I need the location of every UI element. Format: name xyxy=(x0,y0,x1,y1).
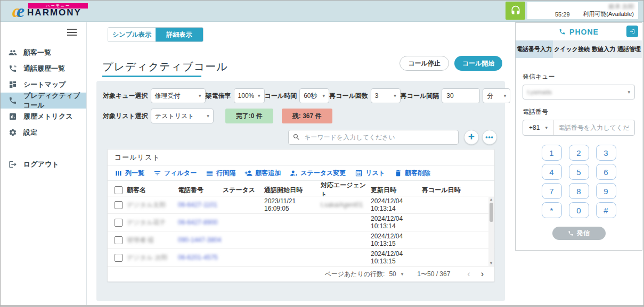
updated-cell: 2024/12/04 10:13:14 xyxy=(371,215,422,230)
logo-banner: ハーモニー xyxy=(28,3,88,9)
toolbar-delete-customer-button[interactable]: 顧客削除 xyxy=(394,169,430,178)
sidebar-item-logout[interactable]: ログアウト xyxy=(1,156,86,172)
call-start-cell: 2023/11/21 16:09:05 xyxy=(264,197,321,212)
filter-icon xyxy=(153,169,161,177)
dial-call-button[interactable]: 発信 xyxy=(552,227,606,240)
toolbar-columns-button[interactable]: 列一覧 xyxy=(115,169,144,178)
sidebar-item-seat-map[interactable]: シートマップ xyxy=(1,77,86,93)
sidebar-item-call-history[interactable]: 通話履歴一覧 xyxy=(1,61,86,77)
outbound-queue-select[interactable]: t.yamada ▾ xyxy=(523,85,635,99)
toolbar-filter-button[interactable]: フィルター xyxy=(153,169,197,178)
chevron-down-icon: ▾ xyxy=(258,93,260,98)
row-checkbox[interactable] xyxy=(115,201,123,209)
dialpad-key-7[interactable]: 7 xyxy=(542,183,562,199)
dialpad-key-8[interactable]: 8 xyxy=(569,183,589,199)
row-checkbox[interactable] xyxy=(115,219,123,227)
tab-numeric-entry[interactable]: 数値入力 xyxy=(591,40,616,58)
target-list-select[interactable]: テストリスト▾ xyxy=(151,109,214,123)
column-header: 更新日時 xyxy=(371,186,422,195)
customer-name: 管理者 様 xyxy=(127,236,178,245)
table-body: デジタル太郎 06-6427-1101 2023/11/21 16:09:05 … xyxy=(108,196,494,267)
toolbar-add-customer-button[interactable]: 顧客追加 xyxy=(244,169,281,178)
scroll-up-icon[interactable]: ▲ xyxy=(488,197,494,202)
tab-quick-connect[interactable]: クイック接続 xyxy=(553,40,591,58)
plus-icon: + xyxy=(468,130,475,143)
column-header: 再コール日時 xyxy=(422,186,494,195)
dialpad-key-5[interactable]: 5 xyxy=(569,164,589,180)
dialpad-key-6[interactable]: 6 xyxy=(596,164,616,180)
agent-status-chip[interactable]: 鈴木 次郎 55:29 利用可能(Available) xyxy=(527,2,638,19)
chevron-down-icon: ▾ xyxy=(199,93,201,98)
retry-interval-input[interactable]: 30 xyxy=(442,88,480,103)
dialpad-key-4[interactable]: 4 xyxy=(542,164,562,180)
toolbar-row-height-button[interactable]: 行間隔 xyxy=(206,169,235,178)
next-page-button[interactable]: › xyxy=(478,270,487,278)
target-list-label: 対象リスト選択 xyxy=(103,112,148,121)
phone-number-link[interactable]: 06-6427-8900 xyxy=(178,219,223,226)
row-checkbox[interactable] xyxy=(115,254,123,262)
phone-panel-body: 発信キュー t.yamada ▾ 電話番号 +81 ▾ 1 2 3 4 5 6 xyxy=(516,72,642,240)
scrollbar-thumb[interactable] xyxy=(490,203,493,222)
retry-count-select[interactable]: 3▾ xyxy=(371,88,401,103)
more-options-circle-button[interactable]: ••• xyxy=(482,130,497,145)
table-row[interactable]: デジタル 次郎 06-6201-4575 2024/12/04 10:13:15 xyxy=(108,249,494,267)
dialpad-key-star[interactable]: * xyxy=(542,202,562,218)
phone-number-link[interactable]: 06-6201-4575 xyxy=(178,254,223,261)
phone-icon xyxy=(568,230,574,236)
dialpad-key-1[interactable]: 1 xyxy=(542,145,562,161)
rows-per-page-select[interactable]: 50 ▾ xyxy=(389,270,403,278)
toolbar-list-button[interactable]: リスト xyxy=(355,169,385,178)
column-header: 電話番号 xyxy=(178,186,223,195)
dialpad-key-9[interactable]: 9 xyxy=(596,183,616,199)
dialpad-key-3[interactable]: 3 xyxy=(596,145,616,161)
column-header: 通話開始日時 xyxy=(264,186,321,195)
keyword-search-input[interactable] xyxy=(288,130,459,145)
tab-detail-view[interactable]: 詳細表示 xyxy=(156,28,203,42)
scroll-down-icon[interactable]: ▼ xyxy=(488,261,494,266)
row-checkbox[interactable] xyxy=(115,236,123,244)
previous-page-button[interactable]: ‹ xyxy=(464,270,473,278)
call-list-toolbar: 列一覧 フィルター 行間隔 顧客追加 xyxy=(108,165,494,181)
sidebar-item-settings[interactable]: 設定 xyxy=(1,125,86,140)
sidebar-item-history-metrics[interactable]: 履歴メトリクス xyxy=(1,109,86,125)
seat-map-icon xyxy=(9,80,17,89)
completed-count-badge: 完了:0 件 xyxy=(225,109,273,123)
call-start-button[interactable]: コール開始 xyxy=(454,56,502,71)
phone-number-link[interactable]: 090-1447-3804 xyxy=(178,236,223,244)
dialpad-key-0[interactable]: 0 xyxy=(569,202,589,218)
customer-name: デジタル太郎 xyxy=(127,201,178,210)
call-duration-select[interactable]: 60秒▾ xyxy=(299,88,329,103)
chevron-down-icon: ▾ xyxy=(545,125,548,130)
select-all-checkbox[interactable] xyxy=(115,186,123,194)
phone-number-input[interactable] xyxy=(554,124,634,131)
sidebar-item-customer-list[interactable]: 顧客一覧 xyxy=(1,45,86,61)
table-pagination: ページあたりの行数: 50 ▾ 1〜50 / 367 ‹ › xyxy=(108,267,494,281)
tab-call-management[interactable]: 通話管理 xyxy=(616,40,642,58)
table-row[interactable]: 管理者 様 090-1447-3804 2024/12/04 10:13:15 xyxy=(108,231,494,249)
dialpad-key-hash[interactable]: # xyxy=(596,202,616,218)
dialpad: 1 2 3 4 5 6 7 8 9 * 0 # xyxy=(542,145,616,218)
table-scrollbar[interactable]: ▲ ▼ xyxy=(488,197,494,266)
country-code-select[interactable]: +81 ▾ xyxy=(523,120,554,135)
phone-number-link[interactable]: 06-6427-1101 xyxy=(178,201,223,209)
call-stop-button[interactable]: コール停止 xyxy=(400,56,449,71)
table-row[interactable]: デジタル太郎 06-6427-1101 2023/11/21 16:09:05 … xyxy=(108,196,494,214)
tab-simple-view[interactable]: シンプル表示 xyxy=(108,28,156,42)
retry-interval-unit-select[interactable]: 分▾ xyxy=(483,88,510,103)
headset-status-button[interactable] xyxy=(506,2,525,20)
tab-phone-number-entry[interactable]: 電話番号入力 xyxy=(516,40,553,58)
column-header: ステータス xyxy=(223,186,264,195)
add-customer-circle-button[interactable]: + xyxy=(464,130,479,145)
customer-name: デジタル花子 xyxy=(127,218,178,227)
phone-history-icon xyxy=(9,64,17,73)
hamburger-menu-icon[interactable] xyxy=(67,29,77,36)
dialpad-key-2[interactable]: 2 xyxy=(569,145,589,161)
queue-select[interactable]: 修理受付▾ xyxy=(151,88,206,103)
sidebar-item-predictive-call[interactable]: プレディクティブコール xyxy=(1,93,86,109)
title-underline xyxy=(102,76,201,77)
toolbar-change-status-button[interactable]: ステータス変更 xyxy=(290,169,346,178)
dial-rate-select[interactable]: 100%▾ xyxy=(234,88,265,103)
table-row[interactable]: デジタル花子 06-6427-8900 2024/12/04 10:13:14 xyxy=(108,214,494,231)
predictive-call-icon xyxy=(9,96,17,105)
collapse-panel-button[interactable] xyxy=(626,26,638,37)
